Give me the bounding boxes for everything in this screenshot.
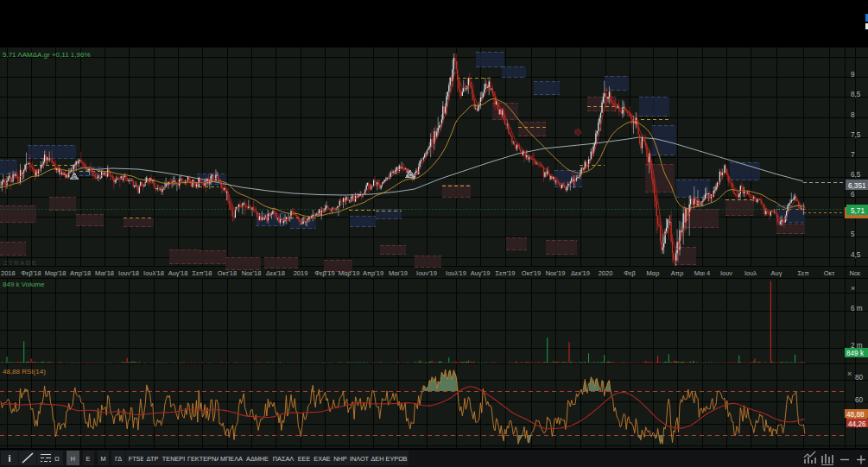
svg-text:Μαρ'19: Μαρ'19 [339, 269, 360, 277]
svg-text:Νοε'19: Νοε'19 [546, 269, 566, 277]
svg-text:Αυγ: Αυγ [771, 269, 782, 277]
svg-text:C: C [73, 174, 77, 180]
svg-text:ZTRADE: ZTRADE [3, 259, 37, 267]
svg-text:Μαρ'18: Μαρ'18 [45, 269, 67, 277]
svg-text:Μαι 4: Μαι 4 [694, 269, 711, 277]
svg-text:ΠΑΣΑΛ: ΠΑΣΑΛ [273, 455, 295, 463]
svg-text:ΕΥΡΩΒ: ΕΥΡΩΒ [386, 455, 408, 463]
svg-text:ΤΕΝΕΡΓ: ΤΕΝΕΡΓ [162, 455, 187, 463]
svg-text:Ιουλ: Ιουλ [744, 269, 757, 277]
svg-text:2020: 2020 [599, 269, 613, 277]
svg-text:Ε: Ε [86, 455, 91, 463]
svg-text:ΕΧΑΕ: ΕΧΑΕ [314, 455, 331, 463]
svg-text:Ιουλ'18: Ιουλ'18 [143, 269, 164, 277]
svg-text:×: × [851, 284, 855, 293]
svg-text:8: 8 [851, 111, 855, 119]
svg-text:8,5: 8,5 [851, 91, 861, 98]
svg-text:Οκτ: Οκτ [824, 269, 835, 277]
svg-text:44,26: 44,26 [848, 420, 866, 428]
svg-text:Ιουν'19: Ιουν'19 [416, 269, 437, 277]
svg-text:Απρ'18: Απρ'18 [70, 269, 91, 277]
svg-text:ΜΠΕΛΑ: ΜΠΕΛΑ [220, 455, 243, 463]
svg-text:Δεκ'19: Δεκ'19 [571, 269, 590, 277]
svg-text:6,351: 6,351 [848, 182, 866, 190]
svg-text:5,71 ΛΑΜΔΑ.gr +0,11 1,96%: 5,71 ΛΑΜΔΑ.gr +0,11 1,96% [3, 51, 91, 59]
svg-text:Ιουλ'19: Ιουλ'19 [446, 269, 466, 277]
svg-text:Αυγ'18: Αυγ'18 [168, 269, 188, 277]
svg-text:Ιουν: Ιουν [720, 269, 732, 277]
svg-text:Απρ'19: Απρ'19 [363, 269, 383, 277]
svg-text:2019: 2019 [294, 269, 308, 277]
svg-text:6,5: 6,5 [851, 171, 861, 179]
svg-text:Μ: Μ [100, 455, 105, 463]
svg-text:Αυγ'19: Αυγ'19 [471, 269, 491, 277]
svg-text:Η: Η [71, 455, 75, 463]
svg-text:2018: 2018 [1, 269, 16, 277]
svg-text:Ιουν'18: Ιουν'18 [118, 269, 139, 277]
svg-text:48,88 RSI(14): 48,88 RSI(14) [3, 368, 46, 375]
svg-text:ΔΕΗ: ΔΕΗ [371, 455, 383, 463]
svg-text:Δεκ'18: Δεκ'18 [266, 269, 285, 277]
svg-text:849 k: 849 k [846, 350, 865, 357]
svg-text:Μαρ: Μαρ [647, 269, 660, 277]
svg-text:FTSE: FTSE [129, 455, 145, 463]
svg-text:Νοε'18: Νοε'18 [242, 269, 262, 277]
svg-text:Φεβ'18: Φεβ'18 [21, 269, 41, 277]
svg-text:Φεβ'19: Φεβ'19 [314, 269, 334, 277]
svg-text:Οκτ'18: Οκτ'18 [218, 269, 237, 277]
svg-text:7: 7 [851, 151, 855, 159]
svg-text:60: 60 [855, 396, 864, 404]
svg-text:ΙΝΛΟΤ: ΙΝΛΟΤ [350, 455, 370, 463]
svg-text:C: C [409, 172, 413, 178]
svg-text:Νοε: Νοε [850, 269, 862, 277]
svg-text:Σεπ'19: Σεπ'19 [496, 269, 516, 277]
svg-text:×: × [847, 369, 852, 378]
svg-text:Οκτ'19: Οκτ'19 [522, 269, 541, 277]
svg-text:Φεβ: Φεβ [624, 269, 636, 277]
svg-text:Μαι'18: Μαι'18 [95, 269, 114, 277]
svg-text:ΑΔΜΗΕ: ΑΔΜΗΕ [246, 455, 269, 463]
svg-text:7,5: 7,5 [851, 131, 861, 139]
svg-text:Απρ: Απρ [671, 269, 683, 277]
svg-text:Ω: Ω [54, 455, 60, 463]
svg-text:6: 6 [851, 191, 855, 199]
svg-text:5,71: 5,71 [851, 207, 865, 215]
svg-text:Σεπ'18: Σεπ'18 [193, 269, 212, 277]
svg-text:849 k Volume: 849 k Volume [3, 281, 45, 288]
svg-text:ΓΔ: ΓΔ [115, 455, 122, 463]
svg-text:6 m: 6 m [851, 305, 863, 312]
svg-text:9: 9 [851, 71, 855, 79]
svg-text:ΝΗΡ: ΝΗΡ [333, 455, 347, 463]
svg-text:48,88: 48,88 [846, 411, 865, 419]
svg-text:4,5: 4,5 [851, 251, 861, 259]
svg-text:Μαι'19: Μαι'19 [389, 269, 408, 277]
svg-text:ΕΕΕ: ΕΕΕ [298, 455, 311, 463]
svg-text:Σεπ: Σεπ [797, 269, 808, 277]
svg-text:ΔΤΡ: ΔΤΡ [147, 455, 159, 463]
svg-text:ΓΕΚΤΕΡΝΑ: ΓΕΚΤΕΡΝΑ [187, 455, 220, 463]
svg-text:80: 80 [855, 374, 864, 382]
svg-text:i: i [8, 453, 10, 464]
svg-text:5: 5 [851, 230, 855, 238]
